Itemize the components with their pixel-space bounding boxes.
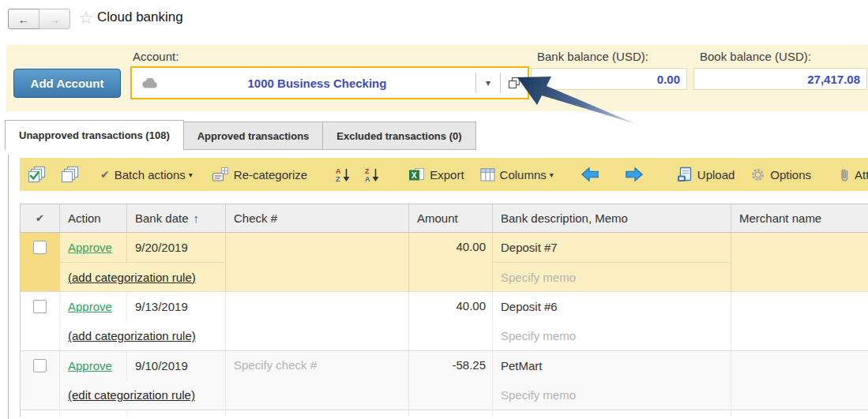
account-select-value: 1000 Business Checking (159, 77, 475, 90)
amount-value: 40.00 (409, 233, 493, 291)
select-all-icon (28, 166, 47, 183)
svg-text:A: A (336, 167, 341, 175)
row-checkbox[interactable] (33, 359, 47, 372)
table-row: Approve 9/20/2019 40.00 Deposit #7 (add … (20, 233, 868, 292)
recategorize-icon (212, 166, 229, 182)
upload-button[interactable]: Upload (677, 166, 735, 182)
approve-link[interactable]: Approve (68, 359, 112, 372)
header-action[interactable]: Action (60, 204, 127, 232)
back-arrow-icon: ← (18, 13, 30, 26)
memo-field[interactable]: Specify memo (493, 380, 731, 410)
paperclip-icon (840, 167, 850, 182)
open-account-window-button[interactable] (501, 68, 528, 98)
copy-icon (508, 77, 520, 89)
chevron-down-icon: ▾ (550, 170, 554, 179)
account-dropdown-button[interactable]: ▾ (476, 68, 500, 98)
book-balance-label: Book balance (USD): (700, 50, 811, 63)
bank-description-value: Deposit #7 (493, 233, 731, 262)
export-label: Export (430, 168, 464, 181)
merchant-name-field[interactable] (731, 351, 868, 410)
header-amount[interactable]: Amount (409, 204, 493, 232)
bank-date-value: 9/20/2019 (127, 233, 226, 262)
add-account-button[interactable]: Add Account (13, 69, 121, 98)
transactions-toolbar: ✔ Batch actions ▾ Re-categorize A Z Z A (20, 158, 868, 191)
add-categorization-rule-link[interactable]: (add categorization rule) (68, 271, 196, 284)
blue-arrow-left-icon (581, 166, 599, 183)
left-frame-divider (8, 155, 9, 419)
bank-balance-field[interactable]: 0.00 (531, 68, 687, 90)
edit-categorization-rule-link[interactable]: (edit categorization rule) (68, 388, 195, 402)
recategorize-label: Re-categorize (234, 168, 307, 181)
blue-arrow-right-icon (625, 166, 644, 183)
attach-button[interactable]: Attach (840, 167, 868, 182)
memo-field[interactable]: Specify memo (493, 262, 731, 291)
attach-label: Attach (855, 168, 868, 181)
svg-text:Z: Z (365, 167, 370, 175)
sort-ascending-button[interactable]: A Z (334, 166, 351, 182)
merchant-name-field[interactable] (731, 292, 868, 350)
tab-unapproved-transactions[interactable]: Unapproved transactions (108) (5, 120, 184, 150)
forward-button[interactable]: → (39, 9, 70, 29)
gear-icon (750, 167, 765, 182)
bank-balance-label: Bank balance (USD): (537, 50, 648, 63)
batch-actions-button[interactable]: ✔ Batch actions ▾ (100, 168, 193, 181)
header-check-number[interactable]: Check # (226, 204, 409, 232)
header-merchant-name[interactable]: Merchant name (731, 204, 868, 232)
memo-field[interactable]: Specify memo (493, 321, 731, 350)
top-bar: ← → ☆ Cloud banking (0, 0, 868, 38)
recategorize-button[interactable]: Re-categorize (212, 166, 307, 182)
options-label: Options (770, 168, 811, 181)
header-bank-description[interactable]: Bank description, Memo (493, 204, 731, 232)
next-page-button[interactable] (625, 166, 644, 183)
sort-descending-button[interactable]: Z A (363, 166, 380, 182)
tab-approved-transactions[interactable]: Approved transactions (183, 122, 324, 150)
options-button[interactable]: Options (750, 167, 811, 182)
check-number-field[interactable] (226, 292, 409, 350)
export-button[interactable]: X Export (408, 167, 464, 182)
table-header-row: ✔ Action Bank date ↑ Check # Amount Bank… (20, 204, 868, 233)
header-select-column[interactable]: ✔ (21, 204, 60, 232)
excel-export-icon: X (408, 167, 425, 182)
tab-excluded-transactions[interactable]: Excluded transactions (0) (322, 122, 475, 150)
transactions-table: ✔ Action Bank date ↑ Check # Amount Bank… (20, 204, 868, 417)
check-number-field[interactable] (226, 233, 409, 291)
table-row: Approve 9/13/2019 40.00 Deposit #6 (add … (20, 292, 868, 351)
svg-text:A: A (365, 175, 370, 182)
back-button[interactable]: ← (8, 9, 39, 29)
sort-az-icon: A Z (334, 166, 351, 182)
header-bank-date[interactable]: Bank date ↑ (127, 204, 226, 232)
approve-link[interactable]: Approve (68, 241, 112, 254)
select-all-button[interactable] (28, 166, 47, 183)
row-checkbox[interactable] (33, 241, 47, 254)
account-label: Account: (133, 50, 178, 63)
svg-text:X: X (411, 170, 417, 179)
favorite-star-icon[interactable]: ☆ (78, 8, 94, 28)
previous-page-button[interactable] (581, 166, 599, 183)
sort-ascending-icon: ↑ (194, 211, 200, 225)
amount-value: -58.25 (409, 351, 493, 410)
check-number-field[interactable]: Specify check # (226, 351, 409, 410)
deselect-all-button[interactable] (61, 166, 80, 183)
bank-description-value: PetMart (493, 351, 731, 380)
account-select[interactable]: 1000 Business Checking ▾ (130, 66, 529, 99)
columns-button[interactable]: Columns ▾ (480, 168, 554, 181)
sort-za-icon: Z A (363, 166, 380, 182)
add-categorization-rule-link[interactable]: (add categorization rule) (68, 329, 196, 342)
forward-arrow-icon: → (49, 13, 61, 26)
account-panel: Add Account Account: 1000 Business Check… (6, 45, 868, 111)
svg-text:Z: Z (336, 175, 340, 182)
amount-value: 40.00 (409, 292, 493, 350)
approve-link[interactable]: Approve (68, 300, 112, 313)
page-title: Cloud banking (97, 9, 183, 25)
merchant-name-field[interactable] (731, 233, 868, 291)
cloud-icon (141, 77, 159, 89)
bank-date-value: 9/13/2019 (127, 292, 226, 321)
bank-date-value: 9/10/2019 (127, 351, 226, 380)
chevron-down-icon: ▾ (486, 77, 490, 88)
book-balance-field[interactable]: 27,417.08 (693, 68, 867, 90)
chevron-down-icon: ▾ (189, 170, 193, 179)
table-row (20, 410, 868, 417)
history-nav: ← → (8, 9, 70, 29)
row-checkbox[interactable] (33, 300, 47, 313)
transaction-tabs: Unapproved transactions (108) Approved t… (6, 120, 476, 150)
